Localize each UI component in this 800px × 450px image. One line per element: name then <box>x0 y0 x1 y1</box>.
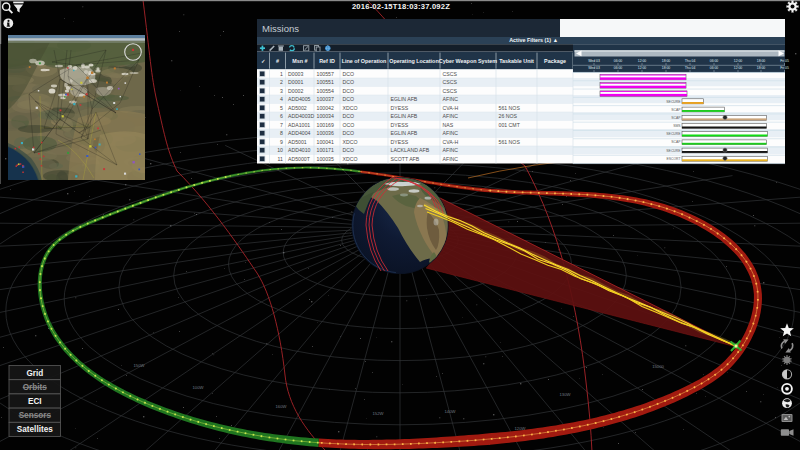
svg-text:DYESS: DYESS <box>391 139 409 145</box>
svg-text:12:00: 12:00 <box>638 59 647 63</box>
svg-text:Thu 04: Thu 04 <box>685 66 696 70</box>
svg-text:6: 6 <box>280 113 283 119</box>
svg-text:Package: Package <box>544 58 566 64</box>
svg-text:AD5002: AD5002 <box>288 105 307 111</box>
svg-text:DCO: DCO <box>343 79 355 85</box>
svg-text:100037: 100037 <box>317 96 334 102</box>
svg-text:OCO: OCO <box>343 122 355 128</box>
svg-text:06:00: 06:00 <box>614 66 623 70</box>
svg-text:AFINC: AFINC <box>443 96 459 102</box>
svg-text:AFINC: AFINC <box>443 130 459 136</box>
svg-text:11: 11 <box>278 156 283 162</box>
svg-text:CSCS: CSCS <box>443 79 458 85</box>
svg-text:150W: 150W <box>134 363 145 368</box>
svg-text:160W: 160W <box>276 404 287 409</box>
svg-text:DCO: DCO <box>343 113 355 119</box>
svg-text:DCO: DCO <box>343 71 355 77</box>
svg-text:10: 10 <box>277 147 283 153</box>
svg-text:SECURE: SECURE <box>666 132 681 136</box>
svg-text:Thu 04: Thu 04 <box>685 59 696 63</box>
svg-text:DCO: DCO <box>343 88 355 94</box>
svg-text:SCAP: SCAP <box>671 116 681 120</box>
svg-text:ADD4004: ADD4004 <box>288 130 311 136</box>
svg-text:100169: 100169 <box>317 122 334 128</box>
svg-text:NAS: NAS <box>443 122 454 128</box>
svg-text:100041: 100041 <box>317 139 334 145</box>
svg-text:#: # <box>276 58 279 64</box>
svg-text:561 NOS: 561 NOS <box>499 139 521 145</box>
svg-text:DCO: DCO <box>343 147 355 153</box>
svg-text:SCAP: SCAP <box>671 140 681 144</box>
svg-text:140W: 140W <box>445 409 456 414</box>
svg-text:100034: 100034 <box>317 113 334 119</box>
svg-text:Line of Operation: Line of Operation <box>342 58 387 64</box>
svg-text:Orbits: Orbits <box>23 383 48 392</box>
svg-text:Satellites: Satellites <box>17 425 53 434</box>
svg-text:✓: ✓ <box>261 58 266 64</box>
svg-text:ADD4005: ADD4005 <box>288 96 311 102</box>
svg-text:06:00: 06:00 <box>614 59 623 63</box>
svg-text:18:00: 18:00 <box>757 59 766 63</box>
svg-text:D0003: D0003 <box>288 71 303 77</box>
svg-text:152W: 152W <box>373 411 384 416</box>
svg-text:15000: 15000 <box>652 364 664 369</box>
svg-text:CSCS: CSCS <box>443 88 458 94</box>
svg-text:CVA-H: CVA-H <box>443 139 459 145</box>
svg-text:18:00: 18:00 <box>757 66 766 70</box>
svg-text:2: 2 <box>280 79 283 85</box>
svg-text:06:00: 06:00 <box>710 59 719 63</box>
svg-text:2016-02-15T18:03:37.092Z: 2016-02-15T18:03:37.092Z <box>352 2 450 11</box>
svg-text:AFINC: AFINC <box>443 147 459 153</box>
svg-text:18:00: 18:00 <box>662 59 671 63</box>
svg-text:100036: 100036 <box>317 130 334 136</box>
svg-text:Active Filters (1) ▲: Active Filters (1) ▲ <box>509 37 558 43</box>
svg-text:Cyber Weapon System: Cyber Weapon System <box>439 58 498 64</box>
svg-text:SECURE: SECURE <box>666 149 681 153</box>
svg-text:12:00: 12:00 <box>638 66 647 70</box>
svg-text:D0002: D0002 <box>288 88 303 94</box>
svg-text:100557: 100557 <box>317 71 334 77</box>
svg-text:Grid: Grid <box>26 369 43 378</box>
svg-text:XDCO: XDCO <box>343 105 358 111</box>
svg-text:8: 8 <box>280 130 283 136</box>
svg-text:12:00: 12:00 <box>734 59 743 63</box>
svg-text:ADA1001: ADA1001 <box>288 122 310 128</box>
svg-text:SCOTT AFB: SCOTT AFB <box>391 156 420 162</box>
svg-text:EGLIN AFB: EGLIN AFB <box>391 113 418 119</box>
svg-text:Fri 05: Fri 05 <box>780 59 789 63</box>
svg-text:DYESS: DYESS <box>391 122 409 128</box>
svg-text:CSCS: CSCS <box>443 71 458 77</box>
svg-text:Ref ID: Ref ID <box>319 58 335 64</box>
svg-text:CVA-H: CVA-H <box>443 105 459 111</box>
svg-text:Wed 03: Wed 03 <box>588 66 600 70</box>
svg-text:4: 4 <box>280 96 283 102</box>
svg-text:Wed 03: Wed 03 <box>588 59 600 63</box>
svg-text:130W: 130W <box>560 392 571 397</box>
svg-text:LACKLAND AFB: LACKLAND AFB <box>391 147 430 153</box>
svg-text:ADD4003D: ADD4003D <box>288 113 314 119</box>
svg-text:Taskable Unit: Taskable Unit <box>499 58 534 64</box>
svg-text:Fri 05: Fri 05 <box>780 66 789 70</box>
svg-text:100554: 100554 <box>317 88 334 94</box>
svg-text:Msn #: Msn # <box>292 58 307 64</box>
svg-text:06:00: 06:00 <box>710 66 719 70</box>
svg-text:7: 7 <box>280 122 283 128</box>
svg-text:26 NOS: 26 NOS <box>499 113 518 119</box>
svg-text:100035: 100035 <box>317 156 334 162</box>
svg-text:AD5001: AD5001 <box>288 139 307 145</box>
svg-text:SECURE: SECURE <box>666 100 681 104</box>
svg-text:EGLIN AFB: EGLIN AFB <box>391 96 418 102</box>
svg-text:DCO: DCO <box>343 130 355 136</box>
svg-text:EGLIN AFB: EGLIN AFB <box>391 130 418 136</box>
svg-text:DCO: DCO <box>343 96 355 102</box>
svg-text:ADD4010: ADD4010 <box>288 147 311 153</box>
svg-text:AFINC: AFINC <box>443 156 459 162</box>
svg-text:100W: 100W <box>193 385 204 390</box>
svg-text:DYESS: DYESS <box>391 105 409 111</box>
svg-text:SCAP: SCAP <box>671 108 681 112</box>
svg-text:ECI: ECI <box>28 397 42 406</box>
svg-text:AFINC: AFINC <box>443 113 459 119</box>
svg-text:001 CMT: 001 CMT <box>499 122 521 128</box>
svg-text:ESCORT: ESCORT <box>666 157 680 161</box>
svg-text:Sensors: Sensors <box>19 411 52 420</box>
